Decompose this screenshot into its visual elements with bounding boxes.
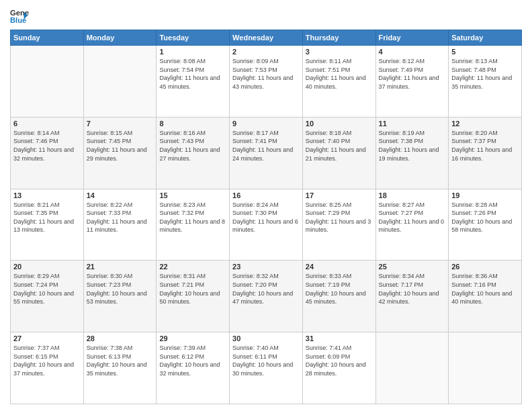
day-number: 15 [159,191,226,199]
calendar-cell [11,46,84,118]
calendar-cell: 6Sunrise: 8:14 AMSunset: 7:46 PMDaylight… [11,117,84,189]
calendar-cell: 5Sunrise: 8:13 AMSunset: 7:48 PMDaylight… [449,46,522,118]
day-info: Sunrise: 7:39 AMSunset: 6:12 PMDaylight:… [159,344,226,377]
weekday-header-row: SundayMondayTuesdayWednesdayThursdayFrid… [11,30,522,46]
calendar-cell: 9Sunrise: 8:17 AMSunset: 7:41 PMDaylight… [230,117,303,189]
calendar-cell: 12Sunrise: 8:20 AMSunset: 7:37 PMDayligh… [449,117,522,189]
day-info: Sunrise: 8:22 AMSunset: 7:33 PMDaylight:… [87,201,154,234]
calendar-cell: 1Sunrise: 8:08 AMSunset: 7:54 PMDaylight… [157,46,230,118]
calendar-cell: 20Sunrise: 8:29 AMSunset: 7:24 PMDayligh… [11,261,84,332]
day-info: Sunrise: 8:32 AMSunset: 7:20 PMDaylight:… [232,272,300,306]
day-info: Sunrise: 8:19 AMSunset: 7:38 PMDaylight:… [379,129,446,163]
calendar-cell: 25Sunrise: 8:34 AMSunset: 7:17 PMDayligh… [375,261,449,332]
day-info: Sunrise: 8:09 AMSunset: 7:53 PMDaylight:… [232,57,300,91]
day-number: 7 [87,120,154,128]
day-info: Sunrise: 7:41 AMSunset: 6:09 PMDaylight:… [306,344,373,377]
day-number: 27 [13,334,81,342]
calendar-cell [449,332,522,404]
calendar-cell: 19Sunrise: 8:28 AMSunset: 7:26 PMDayligh… [449,189,522,261]
day-info: Sunrise: 8:29 AMSunset: 7:24 PMDaylight:… [13,272,81,306]
day-number: 26 [451,263,519,271]
calendar-cell: 31Sunrise: 7:41 AMSunset: 6:09 PMDayligh… [302,332,375,404]
day-number: 8 [159,120,226,128]
day-info: Sunrise: 8:25 AMSunset: 7:29 PMDaylight:… [306,201,373,234]
day-info: Sunrise: 7:40 AMSunset: 6:11 PMDaylight:… [232,344,300,377]
calendar-cell: 14Sunrise: 8:22 AMSunset: 7:33 PMDayligh… [83,189,157,261]
day-number: 20 [13,263,81,271]
weekday-header-sunday: Sunday [11,30,84,46]
day-number: 1 [159,48,226,56]
day-number: 17 [306,191,373,199]
day-info: Sunrise: 8:12 AMSunset: 7:49 PMDaylight:… [379,57,446,91]
day-info: Sunrise: 8:13 AMSunset: 7:48 PMDaylight:… [451,57,519,91]
day-number: 31 [306,334,373,342]
day-info: Sunrise: 8:08 AMSunset: 7:54 PMDaylight:… [159,57,226,91]
weekday-header-friday: Friday [375,30,449,46]
day-info: Sunrise: 8:24 AMSunset: 7:30 PMDaylight:… [232,201,300,234]
calendar-cell: 22Sunrise: 8:31 AMSunset: 7:21 PMDayligh… [157,261,230,332]
day-number: 12 [451,120,519,128]
calendar-cell: 8Sunrise: 8:16 AMSunset: 7:43 PMDaylight… [157,117,230,189]
weekday-header-saturday: Saturday [449,30,522,46]
calendar-week-2: 6Sunrise: 8:14 AMSunset: 7:46 PMDaylight… [11,117,522,189]
day-info: Sunrise: 8:11 AMSunset: 7:51 PMDaylight:… [306,57,373,91]
day-number: 11 [379,120,446,128]
day-info: Sunrise: 7:37 AMSunset: 6:15 PMDaylight:… [13,344,81,377]
day-info: Sunrise: 8:20 AMSunset: 7:37 PMDaylight:… [451,129,519,163]
calendar-cell: 30Sunrise: 7:40 AMSunset: 6:11 PMDayligh… [230,332,303,404]
calendar-cell: 24Sunrise: 8:33 AMSunset: 7:19 PMDayligh… [302,261,375,332]
day-info: Sunrise: 8:34 AMSunset: 7:17 PMDaylight:… [379,272,446,306]
calendar-cell: 11Sunrise: 8:19 AMSunset: 7:38 PMDayligh… [375,117,449,189]
day-number: 3 [306,48,373,56]
calendar-cell: 21Sunrise: 8:30 AMSunset: 7:23 PMDayligh… [83,261,157,332]
day-info: Sunrise: 8:18 AMSunset: 7:40 PMDaylight:… [306,129,373,163]
calendar-cell: 29Sunrise: 7:39 AMSunset: 6:12 PMDayligh… [157,332,230,404]
day-info: Sunrise: 8:15 AMSunset: 7:45 PMDaylight:… [87,129,154,163]
weekday-header-monday: Monday [83,30,157,46]
calendar-cell: 28Sunrise: 7:38 AMSunset: 6:13 PMDayligh… [83,332,157,404]
calendar-cell [83,46,157,118]
calendar-cell: 16Sunrise: 8:24 AMSunset: 7:30 PMDayligh… [230,189,303,261]
calendar-cell: 26Sunrise: 8:36 AMSunset: 7:16 PMDayligh… [449,261,522,332]
day-info: Sunrise: 8:33 AMSunset: 7:19 PMDaylight:… [306,272,373,306]
calendar-week-5: 27Sunrise: 7:37 AMSunset: 6:15 PMDayligh… [11,332,522,404]
day-number: 23 [232,263,300,271]
day-info: Sunrise: 8:30 AMSunset: 7:23 PMDaylight:… [87,272,154,306]
calendar-week-3: 13Sunrise: 8:21 AMSunset: 7:35 PMDayligh… [11,189,522,261]
day-number: 14 [87,191,154,199]
day-number: 29 [159,334,226,342]
calendar-cell: 15Sunrise: 8:23 AMSunset: 7:32 PMDayligh… [157,189,230,261]
calendar-cell: 23Sunrise: 8:32 AMSunset: 7:20 PMDayligh… [230,261,303,332]
day-number: 6 [13,120,81,128]
day-info: Sunrise: 8:17 AMSunset: 7:41 PMDaylight:… [232,129,300,163]
calendar-cell: 13Sunrise: 8:21 AMSunset: 7:35 PMDayligh… [11,189,84,261]
day-info: Sunrise: 8:23 AMSunset: 7:32 PMDaylight:… [159,201,226,234]
calendar-cell: 10Sunrise: 8:18 AMSunset: 7:40 PMDayligh… [302,117,375,189]
day-info: Sunrise: 8:27 AMSunset: 7:27 PMDaylight:… [379,201,446,234]
day-info: Sunrise: 7:38 AMSunset: 6:13 PMDaylight:… [87,344,154,377]
calendar-cell: 27Sunrise: 7:37 AMSunset: 6:15 PMDayligh… [11,332,84,404]
day-number: 25 [379,263,446,271]
calendar-table: SundayMondayTuesdayWednesdayThursdayFrid… [10,30,522,404]
day-number: 5 [451,48,519,56]
calendar-cell: 2Sunrise: 8:09 AMSunset: 7:53 PMDaylight… [230,46,303,118]
day-number: 28 [87,334,154,342]
logo-icon: General Blue [10,7,29,26]
day-number: 9 [232,120,300,128]
day-info: Sunrise: 8:16 AMSunset: 7:43 PMDaylight:… [159,129,226,163]
calendar-cell: 7Sunrise: 8:15 AMSunset: 7:45 PMDaylight… [83,117,157,189]
day-number: 18 [379,191,446,199]
day-info: Sunrise: 8:14 AMSunset: 7:46 PMDaylight:… [13,129,81,163]
day-number: 24 [306,263,373,271]
day-info: Sunrise: 8:36 AMSunset: 7:16 PMDaylight:… [451,272,519,306]
calendar-cell: 18Sunrise: 8:27 AMSunset: 7:27 PMDayligh… [375,189,449,261]
calendar-cell: 3Sunrise: 8:11 AMSunset: 7:51 PMDaylight… [302,46,375,118]
day-number: 22 [159,263,226,271]
page: General Blue SundayMondayTuesdayWednesda… [0,0,532,411]
calendar-cell: 4Sunrise: 8:12 AMSunset: 7:49 PMDaylight… [375,46,449,118]
calendar-cell [375,332,449,404]
day-number: 10 [306,120,373,128]
day-number: 19 [451,191,519,199]
day-number: 4 [379,48,446,56]
day-info: Sunrise: 8:21 AMSunset: 7:35 PMDaylight:… [13,201,81,234]
